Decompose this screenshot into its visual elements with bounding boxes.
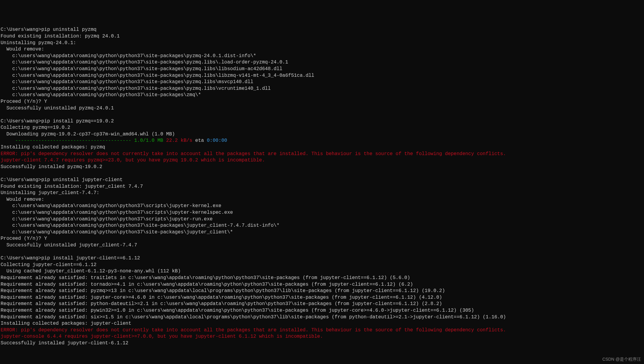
terminal-segment: 1.0/1.0 MB	[134, 138, 163, 143]
terminal-line: c:\users\wang\appdata\roaming\python\pyt…	[1, 59, 643, 66]
terminal-line: Requirement already satisfied: tornado>=…	[1, 281, 643, 288]
terminal-line: Using cached jupyter_client-6.1.12-py3-n…	[1, 268, 643, 275]
terminal-line: C:\Users\wang>pip install pyzmq==19.0.2	[1, 118, 643, 125]
terminal-line: Installing collected packages: jupyter-c…	[1, 320, 643, 327]
terminal-line: Successfully uninstalled jupyter_client-…	[1, 242, 643, 249]
terminal-line: Installing collected packages: pyzmq	[1, 144, 643, 151]
terminal-line: c:\users\wang\appdata\roaming\python\pyt…	[1, 66, 643, 73]
terminal-line: c:\users\wang\appdata\roaming\python\pyt…	[1, 210, 643, 216]
terminal-line: Proceed (Y/n)? Y	[1, 236, 643, 242]
terminal-line: Found existing installation: pyzmq 24.0.…	[1, 33, 643, 40]
watermark: CSDN @是个程序汪	[602, 356, 641, 362]
terminal-line: Would remove:	[1, 46, 643, 53]
terminal-segment: 0:00:00	[207, 138, 227, 143]
terminal-line: Downloading pyzmq-19.0.2-cp37-cp37m-win_…	[1, 131, 643, 138]
terminal-line: jupyter-client 7.4.7 requires pyzmq>=23.…	[1, 157, 643, 164]
terminal-line	[1, 170, 643, 177]
terminal-line: Requirement already satisfied: pyzmq>=13…	[1, 288, 643, 294]
terminal-line: Requirement already satisfied: pywin32>=…	[1, 307, 643, 314]
terminal-line: c:\users\wang\appdata\roaming\python\pyt…	[1, 53, 643, 60]
terminal-line: Proceed (Y/n)? Y	[1, 99, 643, 105]
terminal-segment: 22.2 kB/s	[166, 138, 192, 143]
terminal-line: Collecting jupyter-client==6.1.12	[1, 262, 643, 268]
terminal-line: Collecting pyzmq==19.0.2	[1, 125, 643, 131]
terminal-line: jupyter-console 6.4.4 requires jupyter-c…	[1, 333, 643, 340]
terminal-segment: eta	[192, 138, 207, 143]
terminal-segment: ----------------------------------------	[15, 138, 134, 143]
terminal-line: Successfully uninstalled pyzmq-24.0.1	[1, 105, 643, 112]
terminal-line: c:\users\wang\appdata\roaming\python\pyt…	[1, 229, 643, 236]
terminal-line: Uninstalling jupyter_client-7.4.7:	[1, 190, 643, 197]
terminal-line	[1, 249, 643, 255]
terminal-line: Successfully installed jupyter-client-6.…	[1, 340, 643, 347]
terminal-line: Requirement already satisfied: six>=1.5 …	[1, 314, 643, 321]
terminal-line	[1, 112, 643, 118]
terminal-line: c:\users\wang\appdata\roaming\python\pyt…	[1, 223, 643, 229]
terminal-line: c:\users\wang\appdata\roaming\python\pyt…	[1, 92, 643, 99]
terminal-line: ERROR: pip's dependency resolver does no…	[1, 151, 643, 158]
terminal-segment	[1, 138, 15, 143]
terminal-line: Successfully installed pyzmq-19.0.2	[1, 164, 643, 171]
terminal-segment	[163, 138, 166, 143]
terminal-line: C:\Users\wang>pip uninstall jupyter-clie…	[1, 177, 643, 184]
terminal-line: c:\users\wang\appdata\roaming\python\pyt…	[1, 203, 643, 210]
terminal-line: Found existing installation: jupyter_cli…	[1, 184, 643, 190]
terminal-line: ----------------------------------------…	[1, 138, 643, 144]
terminal-output[interactable]: C:\Users\wang>pip uninstall pyzmqFound e…	[1, 27, 643, 346]
terminal-line: Requirement already satisfied: jupyter-c…	[1, 294, 643, 301]
terminal-line: c:\users\wang\appdata\roaming\python\pyt…	[1, 79, 643, 86]
terminal-line: c:\users\wang\appdata\roaming\python\pyt…	[1, 86, 643, 92]
terminal-line: Would remove:	[1, 197, 643, 203]
terminal-line: Requirement already satisfied: traitlets…	[1, 275, 643, 281]
terminal-line: c:\users\wang\appdata\roaming\python\pyt…	[1, 216, 643, 223]
terminal-line: ERROR: pip's dependency resolver does no…	[1, 327, 643, 334]
terminal-line: Requirement already satisfied: python-da…	[1, 301, 643, 307]
terminal-line: Uninstalling pyzmq-24.0.1:	[1, 40, 643, 47]
terminal-line: C:\Users\wang>pip install jupyter-client…	[1, 255, 643, 262]
terminal-line: C:\Users\wang>pip uninstall pyzmq	[1, 27, 643, 33]
terminal-line: c:\users\wang\appdata\roaming\python\pyt…	[1, 73, 643, 79]
